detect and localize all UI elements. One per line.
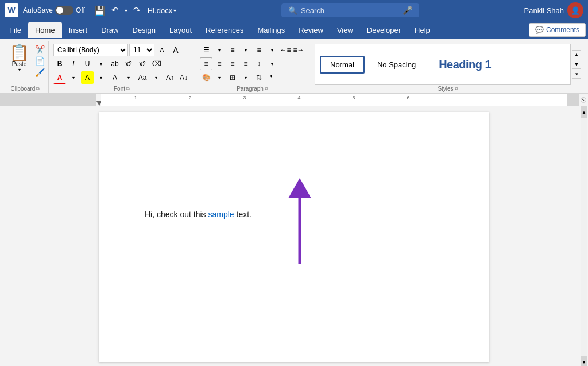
styles-label-row: Styles ⧉ [315, 85, 581, 93]
sort-button[interactable]: ⇅ [253, 71, 265, 84]
filename-dropdown[interactable]: ▾ [173, 7, 176, 14]
tab-developer[interactable]: Developer [360, 22, 408, 38]
styles-expand-icon[interactable]: ⧉ [455, 86, 458, 92]
font-color-dropdown[interactable]: ▾ [67, 71, 80, 84]
word-icon: W [5, 3, 18, 17]
avatar[interactable]: 👤 [567, 2, 583, 18]
autosave-toggle[interactable] [55, 6, 74, 15]
search-input[interactable] [301, 6, 399, 15]
font-color2-dropdown[interactable]: ▾ [122, 71, 135, 84]
comments-icon: 💬 [535, 26, 544, 34]
scroll-up-arrow[interactable]: ▲ [581, 106, 587, 118]
document-area[interactable]: Hi, check out this sample text. [9, 106, 579, 366]
pilcrow-button[interactable]: ¶ [266, 71, 278, 84]
tab-layout[interactable]: Layout [163, 22, 199, 38]
styles-label: Styles [438, 86, 453, 92]
comments-button[interactable]: 💬 Comments [529, 23, 586, 37]
style-heading1-label: Heading 1 [439, 58, 491, 71]
case-button[interactable]: Aa [136, 71, 149, 84]
paste-button[interactable]: 📋 Paste ▾ [6, 44, 33, 85]
align-justify-button[interactable]: ≡ [239, 57, 252, 70]
italic-button[interactable]: I [67, 57, 80, 70]
copy-icon[interactable]: 📄 [35, 56, 45, 66]
text-grow[interactable]: A↑ [164, 71, 176, 84]
numbering-dropdown[interactable]: ▾ [239, 44, 252, 56]
tab-file[interactable]: File [2, 22, 28, 38]
clipboard-expand-icon[interactable]: ⧉ [36, 86, 40, 92]
styles-scroll-more[interactable]: ▾ [572, 70, 581, 79]
ruler-mark-5: 5 [352, 95, 355, 101]
bold-button[interactable]: B [53, 57, 66, 70]
text-shrink[interactable]: A↓ [177, 71, 190, 84]
undo-icon[interactable]: ↶ [109, 4, 121, 17]
autosave-label: AutoSave [23, 6, 53, 14]
clear-format-button[interactable]: ⌫ [150, 57, 163, 70]
font-color2-button[interactable]: A [109, 71, 121, 84]
cut-icon[interactable]: ✂️ [35, 45, 45, 54]
paste-dropdown[interactable]: ▾ [18, 67, 21, 72]
tab-mailings[interactable]: Mailings [251, 22, 292, 38]
ribbon-tabs: File Home Insert Draw Design Layout Refe… [0, 21, 588, 39]
bullets-dropdown[interactable]: ▾ [213, 44, 226, 56]
tab-design[interactable]: Design [126, 22, 163, 38]
clipboard-label: Clipboard [11, 86, 36, 92]
highlight-button[interactable]: A [81, 71, 94, 84]
shading-button[interactable]: 🎨 [200, 71, 212, 84]
tab-review[interactable]: Review [292, 22, 330, 38]
numbering-button[interactable]: ≡ [226, 44, 239, 56]
tab-view[interactable]: View [330, 22, 360, 38]
decrease-indent[interactable]: ←≡ [279, 44, 292, 56]
tab-insert[interactable]: Insert [62, 22, 95, 38]
font-format-row: B I U ▾ ab x2 x2 ⌫ [53, 57, 190, 70]
scroll-down-arrow[interactable]: ▼ [581, 356, 587, 366]
style-no-spacing-item[interactable]: No Spacing [367, 56, 426, 74]
tab-references[interactable]: References [199, 22, 250, 38]
tab-help[interactable]: Help [408, 22, 437, 38]
line-spacing-button[interactable]: ↕ [253, 57, 265, 70]
shading-dropdown[interactable]: ▾ [213, 71, 226, 84]
border-dropdown[interactable]: ▾ [239, 71, 252, 84]
font-size-up[interactable]: A [169, 44, 182, 56]
styles-scroll-down[interactable]: ▼ [572, 60, 581, 69]
scroll-bar[interactable]: ▲ ▼ [581, 106, 587, 366]
styles-scroll-up[interactable]: ▲ [572, 50, 581, 59]
font-size-down[interactable]: A [156, 44, 168, 56]
paragraph-expand-icon[interactable]: ⧉ [265, 86, 268, 92]
underline-button[interactable]: U [81, 57, 94, 70]
border-button[interactable]: ⊞ [226, 71, 239, 84]
font-color-button[interactable]: A [53, 71, 66, 84]
strikethrough-button[interactable]: ab [109, 57, 121, 70]
undo-dropdown-icon[interactable]: ▾ [122, 6, 130, 15]
ruler-mark-1: 1 [134, 95, 137, 101]
align-center-button[interactable]: ≡ [213, 57, 226, 70]
user-area: Pankil Shah 👤 [524, 2, 583, 18]
font-expand-icon[interactable]: ⧉ [126, 86, 130, 92]
align-right-button[interactable]: ≡ [226, 57, 239, 70]
mic-icon[interactable]: 🎤 [403, 6, 412, 15]
redo-icon[interactable]: ↷ [131, 4, 143, 17]
format-painter-icon[interactable]: 🖌️ [35, 68, 45, 77]
sample-link[interactable]: sample [208, 210, 234, 219]
multilevel-button[interactable]: ≡ [253, 44, 265, 56]
highlight-dropdown[interactable]: ▾ [95, 71, 107, 84]
filename-label: Hi.docx [148, 6, 172, 15]
save-icon[interactable]: 💾 [92, 4, 108, 17]
font-size-select[interactable]: 11 [129, 44, 154, 56]
line-spacing-dropdown[interactable]: ▾ [266, 57, 278, 70]
font-color-row: A ▾ A ▾ A ▾ Aa ▾ A↑ A↓ [53, 71, 190, 84]
underline-dropdown[interactable]: ▾ [95, 57, 107, 70]
superscript-button[interactable]: x2 [136, 57, 149, 70]
tab-draw[interactable]: Draw [94, 22, 125, 38]
align-left-button[interactable]: ≡ [200, 57, 212, 70]
style-heading1-item[interactable]: Heading 1 [428, 53, 501, 76]
multilevel-dropdown[interactable]: ▾ [266, 44, 278, 56]
tab-home[interactable]: Home [28, 22, 62, 38]
paragraph-label-row: Paragraph ⧉ [200, 85, 305, 93]
ruler-right-margin [567, 94, 579, 106]
style-normal-item[interactable]: Normal [320, 56, 365, 74]
increase-indent[interactable]: ≡→ [292, 44, 305, 56]
font-name-select[interactable]: Calibri (Body) [53, 44, 128, 56]
case-dropdown[interactable]: ▾ [150, 71, 163, 84]
subscript-button[interactable]: x2 [122, 57, 135, 70]
bullets-button[interactable]: ☰ [200, 44, 212, 56]
